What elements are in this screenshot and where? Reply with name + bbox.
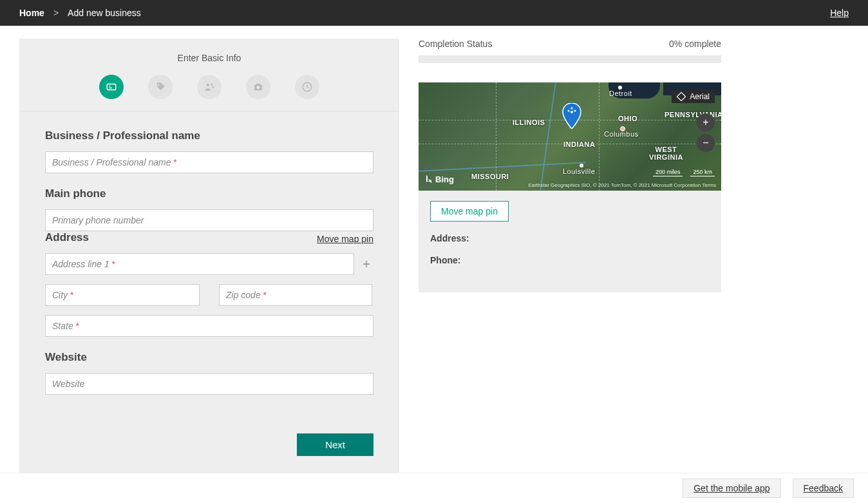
main-phone-input[interactable] (45, 209, 373, 231)
map-label-indiana: INDIANA (563, 140, 595, 148)
svg-point-13 (568, 110, 570, 112)
business-name-input[interactable] (45, 151, 373, 173)
svg-rect-16 (677, 92, 686, 100)
city-dot-louisville (580, 164, 583, 167)
completion-label: Completion Status (419, 39, 492, 49)
zoom-controls: + − (697, 113, 715, 152)
id-card-icon (106, 81, 117, 93)
breadcrumb: Home > Add new business (19, 8, 141, 18)
step-photos[interactable] (246, 75, 270, 99)
svg-point-5 (211, 84, 212, 86)
svg-rect-0 (107, 84, 116, 90)
website-input[interactable] (45, 373, 373, 395)
svg-point-12 (571, 111, 573, 113)
help-link[interactable]: Help (830, 8, 849, 18)
bing-icon (425, 175, 433, 184)
right-column: Completion Status 0% complete ILLINOIS I… (419, 39, 721, 292)
state-input[interactable] (45, 315, 373, 337)
panel-title: Enter Basic Info (19, 53, 399, 63)
people-icon (203, 81, 215, 93)
camera-icon (252, 81, 264, 93)
breadcrumb-current: Add new business (68, 8, 141, 18)
step-icons (19, 75, 399, 99)
move-map-pin-button[interactable]: Move map pin (430, 201, 509, 222)
info-phone-label: Phone: (430, 255, 710, 265)
svg-point-3 (158, 84, 159, 86)
info-labels: Address: Phone: (419, 222, 721, 265)
get-mobile-app-button[interactable]: Get the mobile app (683, 479, 780, 498)
bottom-bar: Get the mobile app Feedback (0, 473, 868, 503)
breadcrumb-separator: > (53, 8, 59, 18)
aerial-toggle[interactable]: Aerial (672, 90, 715, 103)
zoom-in-button[interactable]: + (697, 113, 715, 131)
info-address-label: Address: (430, 233, 710, 243)
zoom-out-button[interactable]: − (697, 134, 715, 152)
add-address-line-button[interactable] (359, 257, 373, 271)
main-phone-label: Main phone (45, 187, 373, 200)
completion-value: 0% complete (669, 39, 721, 49)
feedback-button[interactable]: Feedback (793, 479, 854, 498)
top-bar: Home > Add new business Help (0, 0, 868, 26)
map-panel: ILLINOIS INDIANA OHIO MISSOURI WEST VIRG… (419, 82, 721, 292)
completion-row: Completion Status 0% complete (419, 39, 721, 49)
map-label-detroit: Detroit (609, 90, 632, 97)
breadcrumb-home[interactable]: Home (19, 8, 44, 18)
clock-icon (301, 81, 313, 93)
move-pin-link[interactable]: Move map pin (317, 234, 373, 244)
tag-icon (155, 81, 166, 93)
city-input[interactable] (45, 284, 200, 306)
map-label-wv: WEST VIRGINIA (649, 146, 683, 161)
aerial-icon (677, 92, 686, 101)
step-hours[interactable] (295, 75, 319, 99)
panel-header: Enter Basic Info (19, 39, 399, 111)
zip-input[interactable] (219, 284, 372, 306)
step-people[interactable] (197, 75, 222, 99)
svg-point-14 (574, 110, 576, 112)
map-label-louisville: Louisville (563, 167, 595, 175)
map-label-missouri: MISSOURI (471, 173, 509, 180)
business-name-label: Business / Professional name (45, 129, 373, 142)
form-body: Business / Professional name Business / … (19, 111, 399, 482)
step-basic-info[interactable] (99, 75, 124, 99)
bing-logo: Bing (425, 175, 454, 184)
city-dot-detroit (618, 86, 622, 90)
map-area[interactable]: ILLINOIS INDIANA OHIO MISSOURI WEST VIRG… (419, 82, 721, 191)
form-panel: Enter Basic Info Busines (19, 39, 399, 482)
progress-bar (419, 55, 721, 63)
map-label-illinois: ILLINOIS (513, 119, 545, 126)
map-scale: 200 miles 250 km (653, 169, 715, 176)
website-label: Website (45, 351, 373, 364)
next-button[interactable]: Next (297, 433, 373, 456)
map-pin[interactable] (561, 103, 582, 129)
city-dot-columbus (620, 126, 625, 131)
map-label-ohio: OHIO (618, 115, 637, 122)
step-category[interactable] (148, 75, 173, 99)
svg-point-15 (571, 108, 573, 109)
address-line1-input[interactable] (45, 253, 354, 275)
svg-point-8 (257, 86, 260, 90)
pin-icon (561, 103, 582, 129)
plus-icon (361, 259, 372, 269)
svg-point-4 (207, 84, 210, 87)
map-attribution: Earthstar Geographics SIO, © 2021 TomTom… (528, 182, 716, 188)
address-label: Address (45, 231, 89, 244)
